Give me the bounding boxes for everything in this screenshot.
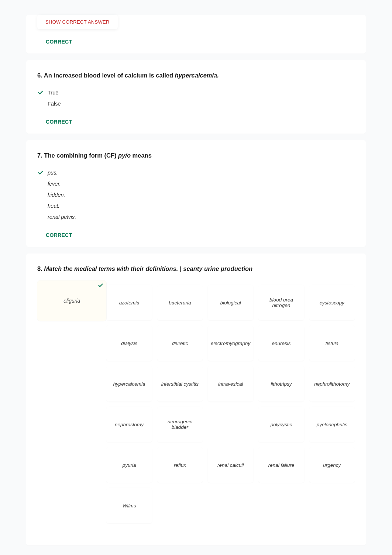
term-card[interactable]: enuresis bbox=[258, 325, 304, 361]
option-spacer bbox=[37, 203, 44, 209]
term-card[interactable]: nephrolithotomy bbox=[309, 366, 355, 401]
term-card[interactable]: hypercalcemia bbox=[106, 366, 152, 401]
option-text: renal pelvis. bbox=[48, 214, 76, 220]
drop-slot[interactable]: oliguria bbox=[37, 280, 106, 321]
question-card-5-footer: SHOW CORRECT ANSWER CORRECT bbox=[26, 15, 366, 54]
question-title-prefix: 7. The combining form (CF) bbox=[37, 152, 118, 159]
option-text: fever. bbox=[48, 181, 61, 187]
option-row[interactable]: pus. bbox=[37, 167, 355, 178]
term-card[interactable]: lithotripsy bbox=[258, 366, 304, 401]
check-icon bbox=[98, 283, 103, 290]
question-title-text: Match the medical terms with their defin… bbox=[44, 265, 252, 272]
option-text: True bbox=[48, 90, 58, 96]
term-card[interactable]: nephrostomy bbox=[106, 407, 152, 442]
question-card-6: 6. An increased blood level of calcium i… bbox=[26, 60, 366, 134]
option-row[interactable]: hidden. bbox=[37, 189, 355, 200]
term-card[interactable]: renal calculi bbox=[208, 447, 253, 483]
option-text: False bbox=[48, 101, 61, 107]
drop-target-area: oliguria azotemiabacteruriabiologicalblo… bbox=[37, 280, 355, 523]
term-card[interactable]: azotemia bbox=[106, 285, 152, 320]
question-card-7: 7. The combining form (CF) py/o means pu… bbox=[26, 140, 366, 247]
option-row[interactable]: False bbox=[37, 98, 355, 109]
show-correct-answer-button[interactable]: SHOW CORRECT ANSWER bbox=[37, 15, 118, 29]
term-card[interactable]: electromyography bbox=[208, 325, 253, 361]
option-spacer bbox=[37, 192, 44, 198]
term-card[interactable]: polycystic bbox=[258, 407, 304, 442]
option-spacer bbox=[37, 214, 44, 220]
option-row[interactable]: heat. bbox=[37, 200, 355, 211]
option-row[interactable]: renal pelvis. bbox=[37, 211, 355, 223]
terms-grid: azotemiabacteruriabiologicalblood urea n… bbox=[106, 285, 355, 523]
question-title-suffix: means bbox=[131, 152, 152, 159]
term-card[interactable]: fistula bbox=[309, 325, 355, 361]
term-card[interactable]: interstitial cystitis bbox=[157, 366, 203, 401]
term-card[interactable]: intravesical bbox=[208, 366, 253, 401]
term-card[interactable]: neurogenic bladder bbox=[157, 407, 203, 442]
question-title-prefix: 8. bbox=[37, 265, 44, 272]
correct-label: CORRECT bbox=[37, 119, 355, 125]
option-text: pus. bbox=[48, 170, 58, 176]
option-spacer bbox=[37, 100, 44, 107]
term-card[interactable]: reflux bbox=[157, 447, 203, 483]
option-row[interactable]: True bbox=[37, 87, 355, 98]
question-title-term: py/o bbox=[118, 152, 131, 159]
question-title: 6. An increased blood level of calcium i… bbox=[37, 71, 355, 80]
option-row[interactable]: fever. bbox=[37, 178, 355, 189]
question-card-8: 8. Match the medical terms with their de… bbox=[26, 254, 366, 545]
correct-label: CORRECT bbox=[37, 232, 355, 238]
drop-slot-answer: oliguria bbox=[63, 298, 80, 304]
options-list: TrueFalse bbox=[37, 87, 355, 109]
term-card[interactable]: cystoscopy bbox=[309, 285, 355, 320]
question-title-term: hypercalcemia. bbox=[175, 72, 219, 79]
term-card[interactable]: blood urea nitrogen bbox=[258, 285, 304, 320]
option-text: heat. bbox=[48, 203, 59, 209]
question-title: 8. Match the medical terms with their de… bbox=[37, 265, 355, 273]
options-list: pus.fever.hidden.heat.renal pelvis. bbox=[37, 167, 355, 223]
term-card[interactable]: Wilms bbox=[106, 488, 152, 523]
option-text: hidden. bbox=[48, 192, 65, 198]
term-card[interactable]: urgency bbox=[309, 447, 355, 483]
term-card[interactable]: bacteruria bbox=[157, 285, 203, 320]
question-title-text: 6. An increased blood level of calcium i… bbox=[37, 72, 175, 79]
term-card[interactable]: pyuria bbox=[106, 447, 152, 483]
term-card[interactable]: pyelonephritis bbox=[309, 407, 355, 442]
check-icon bbox=[37, 89, 44, 96]
term-card[interactable]: biological bbox=[208, 285, 253, 320]
check-icon bbox=[37, 169, 44, 176]
question-title: 7. The combining form (CF) py/o means bbox=[37, 151, 355, 160]
option-spacer bbox=[37, 180, 44, 187]
term-card[interactable]: diuretic bbox=[157, 325, 203, 361]
correct-label: CORRECT bbox=[37, 39, 355, 45]
term-card[interactable]: renal failure bbox=[258, 447, 304, 483]
term-card[interactable]: dialysis bbox=[106, 325, 152, 361]
